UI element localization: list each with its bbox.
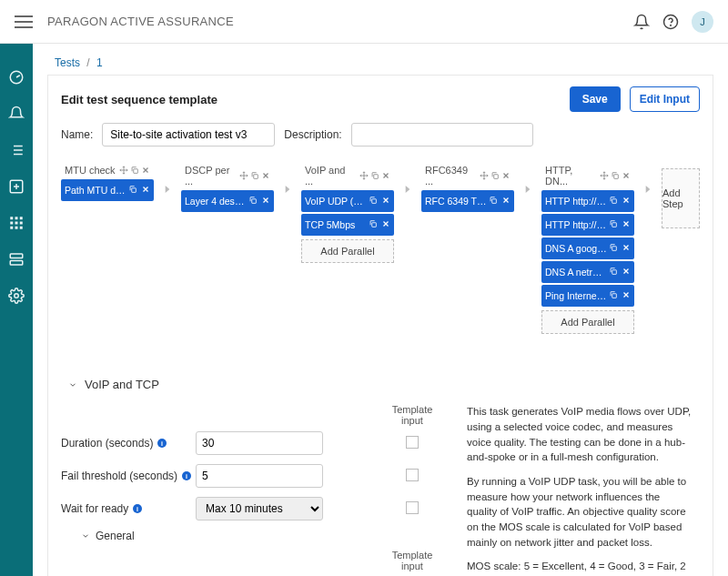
wait-ready-label: Wait for ready xyxy=(61,502,128,515)
task-label: Layer 4 destination port... xyxy=(185,196,247,207)
help-icon[interactable] xyxy=(662,14,679,30)
svg-rect-25 xyxy=(614,175,619,179)
info-icon[interactable]: i xyxy=(132,503,143,514)
close-icon[interactable] xyxy=(622,219,631,230)
description-input[interactable] xyxy=(351,123,533,147)
close-icon[interactable] xyxy=(381,196,390,207)
copy-icon[interactable] xyxy=(611,171,620,180)
move-icon[interactable] xyxy=(239,171,248,180)
move-icon[interactable] xyxy=(600,171,609,180)
close-icon[interactable] xyxy=(501,196,511,207)
duration-template-checkbox[interactable] xyxy=(406,436,419,449)
copy-icon[interactable] xyxy=(369,219,378,230)
wait-ready-select[interactable]: Max 10 minutes xyxy=(196,497,323,520)
close-icon[interactable] xyxy=(622,196,631,207)
task-tile[interactable]: Path MTU discovery xyxy=(61,179,154,201)
duration-input[interactable] xyxy=(196,431,323,455)
avatar[interactable]: J xyxy=(692,11,713,33)
dashboard-icon[interactable] xyxy=(8,69,25,86)
breadcrumb: Tests / 1 xyxy=(47,51,713,75)
copy-icon[interactable] xyxy=(609,267,618,278)
copy-icon[interactable] xyxy=(609,196,618,207)
add-step-button[interactable]: Add Step xyxy=(662,168,700,228)
step-header[interactable]: MTU check xyxy=(61,163,154,177)
copy-icon[interactable] xyxy=(128,185,137,196)
name-input[interactable] xyxy=(102,123,275,147)
task-tile[interactable]: DNS A google.co... xyxy=(541,237,634,259)
task-tile[interactable]: Ping Internet ho... xyxy=(541,285,634,307)
move-icon[interactable] xyxy=(119,166,128,175)
close-icon[interactable] xyxy=(622,243,631,254)
save-button[interactable]: Save xyxy=(570,86,621,112)
svg-rect-14 xyxy=(10,261,23,266)
close-icon[interactable] xyxy=(622,267,631,278)
task-label: HTTP http://ww... xyxy=(545,196,607,207)
copy-icon[interactable] xyxy=(369,196,378,207)
bell-icon[interactable] xyxy=(633,14,650,30)
general-toggle[interactable]: General xyxy=(81,530,445,542)
close-icon[interactable] xyxy=(622,171,631,180)
task-tile[interactable]: HTTP http://ww... xyxy=(541,214,634,236)
step-header[interactable]: RFC6349 ... xyxy=(421,163,514,188)
fail-threshold-template-checkbox[interactable] xyxy=(406,469,419,481)
template-input-header2: Template input xyxy=(379,550,445,571)
brand-title: PARAGON ACTIVE ASSURANCE xyxy=(47,15,234,28)
flow-arrow-icon xyxy=(642,163,654,196)
copy-icon[interactable] xyxy=(130,166,139,175)
close-icon[interactable] xyxy=(141,185,150,196)
close-icon[interactable] xyxy=(501,171,511,180)
copy-icon[interactable] xyxy=(609,290,618,301)
name-label: Name: xyxy=(61,128,93,141)
task-tile[interactable]: VoIP UDP (5 stre... xyxy=(301,190,394,212)
move-icon[interactable] xyxy=(359,171,369,180)
close-icon[interactable] xyxy=(381,219,390,230)
close-icon[interactable] xyxy=(141,166,150,175)
info-icon[interactable]: i xyxy=(157,438,167,449)
section-toggle[interactable]: VoIP and TCP xyxy=(68,378,700,391)
copy-icon[interactable] xyxy=(250,171,259,180)
task-tile[interactable]: RFC 6349 TCP throughp... xyxy=(421,190,514,212)
copy-icon[interactable] xyxy=(609,243,618,254)
wait-ready-template-checkbox[interactable] xyxy=(406,501,419,514)
info-icon[interactable]: i xyxy=(181,470,192,481)
svg-rect-17 xyxy=(132,188,136,193)
task-tile[interactable]: TCP 5Mbps xyxy=(301,214,394,236)
copy-icon[interactable] xyxy=(248,196,258,207)
svg-rect-23 xyxy=(494,175,499,179)
list-icon[interactable] xyxy=(8,142,25,158)
task-tile[interactable]: DNS A netround... xyxy=(541,261,634,283)
template-input-header: Template input xyxy=(379,404,445,426)
close-icon[interactable] xyxy=(261,171,270,180)
help-p1: This task generates VoIP media flows ove… xyxy=(467,404,693,465)
task-tile[interactable]: HTTP http://ww... xyxy=(541,190,634,212)
add-parallel-button[interactable]: Add Parallel xyxy=(541,310,634,334)
svg-rect-13 xyxy=(10,254,23,258)
apps-icon[interactable] xyxy=(8,215,25,231)
copy-icon[interactable] xyxy=(490,171,500,180)
svg-rect-20 xyxy=(374,175,379,179)
copy-icon[interactable] xyxy=(609,219,618,230)
server-icon[interactable] xyxy=(8,251,25,268)
step-header[interactable]: VoIP and ... xyxy=(301,163,394,188)
copy-icon[interactable] xyxy=(489,196,498,207)
step-title: VoIP and ... xyxy=(305,165,356,187)
step-header[interactable]: DSCP per ... xyxy=(181,163,274,188)
settings-icon[interactable] xyxy=(8,288,25,304)
menu-icon[interactable] xyxy=(15,15,33,28)
svg-rect-30 xyxy=(612,294,617,298)
fail-threshold-input[interactable] xyxy=(196,464,323,488)
close-icon[interactable] xyxy=(381,171,390,180)
close-icon[interactable] xyxy=(261,196,270,207)
edit-input-button[interactable]: Edit Input xyxy=(630,86,700,112)
add-icon[interactable] xyxy=(8,178,25,195)
add-parallel-button[interactable]: Add Parallel xyxy=(301,239,394,263)
copy-icon[interactable] xyxy=(370,171,379,180)
breadcrumb-root[interactable]: Tests xyxy=(55,56,80,69)
step-header[interactable]: HTTP, DN... xyxy=(541,163,634,188)
close-icon[interactable] xyxy=(622,290,631,301)
task-tile[interactable]: Layer 4 destination port... xyxy=(181,190,274,212)
move-icon[interactable] xyxy=(480,171,489,180)
flow-step: VoIP and ...VoIP UDP (5 stre...TCP 5Mbps… xyxy=(301,163,394,263)
step-title: DSCP per ... xyxy=(185,165,236,187)
alarms-icon[interactable] xyxy=(8,106,25,122)
